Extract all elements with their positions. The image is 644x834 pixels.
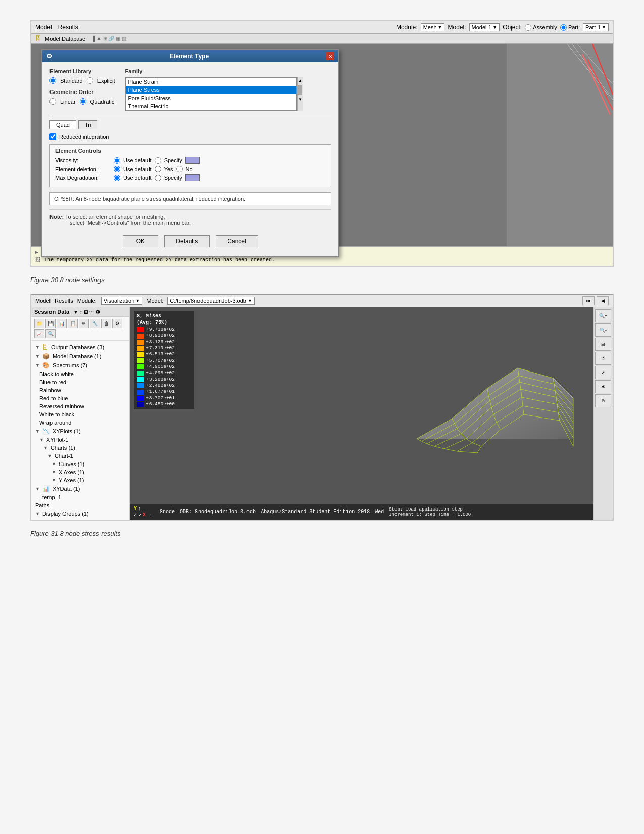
part-select[interactable]: Part-1 ▼ bbox=[583, 23, 609, 31]
explicit-radio[interactable] bbox=[87, 77, 93, 84]
fig2-module-select[interactable]: Visualization ▼ bbox=[101, 297, 142, 305]
note-text-2: select "Mesh->Controls" from the main me… bbox=[49, 220, 191, 226]
sidebar-btn-8[interactable]: ⚙ bbox=[112, 319, 122, 328]
geometric-order-label: Geometric Order bbox=[49, 89, 115, 95]
sidebar-btn-9[interactable]: 📈 bbox=[34, 329, 44, 338]
rt-btn-7[interactable]: 🖱 bbox=[595, 394, 611, 407]
sidebar-item-reversed-rainbow[interactable]: Reversed rainbow bbox=[31, 402, 129, 410]
sidebar-item-chart-1[interactable]: ▼ Chart-1 bbox=[31, 452, 129, 460]
sidebar-btn-2[interactable]: 💾 bbox=[45, 319, 56, 328]
fig2-topbar: Model Results Module: Visualization ▼ Mo… bbox=[31, 295, 613, 307]
dialog-close-button[interactable]: ✕ bbox=[326, 52, 334, 60]
module-section: Module: Mesh ▼ Model: Model-1 ▼ Object: … bbox=[396, 23, 609, 31]
module-select[interactable]: Mesh ▼ bbox=[421, 23, 445, 31]
sidebar-item-charts[interactable]: ▼ Charts (1) bbox=[31, 444, 129, 452]
quad-tab[interactable]: Quad bbox=[49, 120, 76, 129]
main-viewport: S, Mises (Avg: 75%) +9.738e+02 +8.932e+0… bbox=[130, 307, 593, 520]
mesh-svg bbox=[407, 317, 583, 459]
standard-explicit-row[interactable]: Standard Explicit bbox=[49, 77, 115, 84]
tri-tab[interactable]: Tri bbox=[78, 120, 97, 129]
viscosity-specify-radio[interactable] bbox=[155, 157, 161, 164]
sidebar-btn-10[interactable]: 🔍 bbox=[45, 329, 56, 338]
prev-button[interactable]: ◀ bbox=[597, 296, 609, 305]
legend-color-11 bbox=[137, 396, 144, 401]
family-item-thermal[interactable]: Thermal Electric bbox=[126, 102, 296, 110]
sidebar-btn-7[interactable]: 🗑 bbox=[101, 319, 111, 328]
scroll-down-arrow[interactable]: ▼ bbox=[297, 96, 303, 103]
rt-btn-1[interactable]: 🔍+ bbox=[595, 309, 611, 322]
sidebar-item-white-black[interactable]: White to black bbox=[31, 410, 129, 419]
family-listbox[interactable]: Plane Strain Plane Stress Pore Fluid/Str… bbox=[125, 77, 297, 111]
svg-rect-0 bbox=[507, 44, 613, 236]
edel-default-radio[interactable] bbox=[114, 166, 120, 172]
element-description: CPS8R: An 8-node biquadratic plane stres… bbox=[49, 192, 331, 205]
sidebar-item-rainbow[interactable]: Rainbow bbox=[31, 386, 129, 394]
sidebar-header-label: Session Data bbox=[34, 309, 69, 315]
sidebar-item-x-axes[interactable]: ▼ X Axes (1) bbox=[31, 468, 129, 476]
family-item-pore-fluid[interactable]: Pore Fluid/Stress bbox=[126, 94, 296, 102]
family-scrollbar-track[interactable]: ▲ ▼ bbox=[297, 77, 303, 111]
defaults-button[interactable]: Defaults bbox=[164, 235, 210, 247]
sidebar-btn-4[interactable]: 📋 bbox=[68, 319, 78, 328]
sidebar-item-output-db[interactable]: ▼ 🗄 Output Databases (3) bbox=[31, 343, 129, 352]
sidebar-item-model-db[interactable]: ▼ 📦 Model Database (1) bbox=[31, 352, 129, 361]
sidebar-btn-1[interactable]: 📁 bbox=[34, 319, 44, 328]
maxd-default-radio[interactable] bbox=[114, 175, 120, 181]
sidebar-btn-3[interactable]: 📊 bbox=[57, 319, 67, 328]
menu-results[interactable]: Results bbox=[58, 24, 78, 31]
fig2-model-path-select[interactable]: C:/temp/8nodequadriJob-3.odb ▼ bbox=[167, 297, 255, 305]
rt-btn-4[interactable]: ↺ bbox=[595, 352, 611, 365]
menu-model[interactable]: Model bbox=[35, 24, 52, 31]
reduced-integration-checkbox[interactable] bbox=[49, 133, 56, 140]
sidebar-item-y-axes[interactable]: ▼ Y Axes (1) bbox=[31, 476, 129, 484]
shape-tabs[interactable]: Quad Tri bbox=[49, 120, 331, 129]
scroll-up-arrow[interactable]: ▲ bbox=[297, 77, 303, 84]
sidebar-item-xyplot-1[interactable]: ▼ XYPlot-1 bbox=[31, 436, 129, 444]
sidebar-item-display-groups[interactable]: ▼ Display Groups (1) bbox=[31, 509, 129, 518]
sidebar-item-red-blue[interactable]: Red to blue bbox=[31, 394, 129, 402]
sidebar-item-xydata[interactable]: ▼ 📊 XYData (1) bbox=[31, 484, 129, 493]
max-degrad-label: Max Degradation: bbox=[55, 175, 111, 181]
assembly-radio[interactable]: Assembly bbox=[525, 24, 557, 31]
reduced-integration-row[interactable]: Reduced integration bbox=[49, 133, 331, 140]
maxd-specify-radio[interactable] bbox=[155, 175, 161, 181]
model-db-icon-2: 📦 bbox=[42, 353, 50, 360]
legend-entry-3: +7.319e+02 bbox=[137, 345, 191, 351]
dialog-buttons: OK Defaults Cancel bbox=[49, 232, 331, 250]
scroll-thumb[interactable] bbox=[298, 85, 302, 95]
linear-radio[interactable] bbox=[49, 98, 56, 105]
sidebar-item-wrap[interactable]: Wrap around bbox=[31, 419, 129, 427]
sidebar-item-temp1[interactable]: _temp_1 bbox=[31, 493, 129, 501]
edel-yes-radio[interactable] bbox=[155, 166, 161, 172]
sidebar-item-paths[interactable]: Paths bbox=[31, 501, 129, 509]
note-text: To select an element shape for meshing, bbox=[65, 214, 165, 220]
edel-no-radio[interactable] bbox=[176, 166, 183, 172]
sidebar-btn-6[interactable]: 🔧 bbox=[90, 319, 100, 328]
sidebar-btn-5[interactable]: ✏ bbox=[79, 319, 89, 328]
sidebar-item-spectrums[interactable]: ▼ 🎨 Spectrums (7) bbox=[31, 361, 129, 370]
rt-btn-3[interactable]: ⊞ bbox=[595, 338, 611, 351]
skip-start-button[interactable]: ⏮ bbox=[582, 296, 595, 305]
quadratic-radio[interactable] bbox=[80, 98, 86, 105]
fig2-menu-model[interactable]: Model bbox=[35, 298, 51, 304]
elem-deletion-label: Element deletion: bbox=[55, 166, 111, 172]
sidebar-item-curves[interactable]: ▼ Curves (1) bbox=[31, 460, 129, 468]
rt-btn-2[interactable]: 🔍- bbox=[595, 323, 611, 337]
sidebar-item-free-body[interactable]: Free Body Cuts bbox=[31, 518, 129, 520]
model-select[interactable]: Model-1 ▼ bbox=[469, 23, 500, 31]
linear-quadratic-row[interactable]: Linear Quadratic bbox=[49, 98, 115, 105]
cancel-button[interactable]: Cancel bbox=[216, 235, 258, 247]
rt-btn-5[interactable]: ⤢ bbox=[595, 366, 611, 379]
part-radio[interactable]: Part: bbox=[560, 24, 580, 31]
sidebar-item-xyplots[interactable]: ▼ 📉 XYPlots (1) bbox=[31, 427, 129, 436]
viscosity-default-radio[interactable] bbox=[114, 157, 120, 164]
sidebar-item-black-white[interactable]: Black to white bbox=[31, 370, 129, 378]
ok-button[interactable]: OK bbox=[123, 235, 158, 247]
sidebar-item-blue-red[interactable]: Blue to red bbox=[31, 378, 129, 386]
dialog-body: Element Library Standard Explicit Geomet… bbox=[42, 62, 338, 256]
family-item-plane-stress[interactable]: Plane Stress bbox=[126, 86, 296, 94]
rt-btn-6[interactable]: ✱ bbox=[595, 380, 611, 393]
fig2-menu-results[interactable]: Results bbox=[55, 298, 73, 304]
standard-radio[interactable] bbox=[49, 77, 56, 84]
family-item-plane-strain[interactable]: Plane Strain bbox=[126, 78, 296, 86]
